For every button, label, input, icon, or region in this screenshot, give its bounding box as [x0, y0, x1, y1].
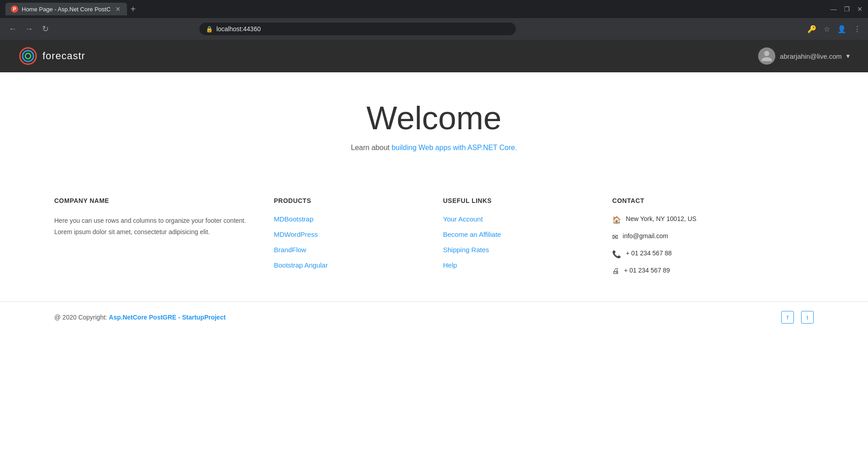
footer-social: f t	[781, 311, 814, 324]
footer-useful-links-list: Your Account Become an Affiliate Shippin…	[443, 215, 594, 269]
contact-phone2: 🖨 + 01 234 567 89	[612, 267, 814, 275]
list-item: MDBootstrap	[274, 215, 425, 223]
list-item: Help	[443, 261, 594, 269]
dropdown-chevron-icon: ▾	[846, 52, 850, 60]
contact-address-text: New York, NY 10012, US	[626, 215, 696, 222]
close-button[interactable]: ✕	[857, 5, 863, 13]
footer-contact-heading: CONTACT	[612, 197, 814, 204]
product-brandflow-link[interactable]: BrandFlow	[274, 246, 307, 254]
asp-link[interactable]: building Web apps with ASP.NET Core.	[392, 144, 517, 151]
copyright-text: @ 2020 Copyright: Asp.NetCore PostGRE - …	[54, 314, 226, 321]
subtitle-prefix: Learn about	[351, 144, 392, 151]
facebook-button[interactable]: f	[781, 311, 794, 324]
address-bar[interactable]: 🔒 localhost:44360	[199, 23, 516, 35]
footer-products-heading: PRODUCTS	[274, 197, 425, 204]
footer-col-contact: CONTACT 🏠 New York, NY 10012, US ✉ info@…	[612, 197, 814, 283]
twitter-button[interactable]: t	[801, 311, 814, 324]
app-wrapper: forecastr abrarjahin@live.com ▾ Welcome …	[0, 40, 868, 461]
profile-icon[interactable]: 👤	[837, 25, 846, 33]
become-affiliate-link[interactable]: Become an Affiliate	[443, 230, 501, 238]
app-navbar: forecastr abrarjahin@live.com ▾	[0, 40, 868, 72]
email-icon: ✉	[612, 233, 618, 241]
home-icon: 🏠	[612, 216, 621, 224]
user-avatar	[758, 47, 775, 65]
browser-titlebar: P Home Page - Asp.Net Core PostC ✕ + — ❐…	[0, 0, 868, 18]
contact-email: ✉ info@gmail.com	[612, 232, 814, 241]
footer-company-text: Here you can use rows and columns to org…	[54, 215, 256, 238]
key-icon: 🔑	[807, 25, 816, 33]
help-link[interactable]: Help	[443, 261, 457, 269]
minimize-button[interactable]: —	[830, 5, 837, 13]
list-item: BrandFlow	[274, 246, 425, 254]
list-item: Bootstrap Angular	[274, 261, 425, 269]
brand: forecastr	[18, 46, 85, 66]
twitter-icon: t	[807, 314, 808, 321]
product-mdbootstrap-link[interactable]: MDBootstrap	[274, 215, 314, 223]
svg-point-2	[25, 53, 31, 59]
brand-name: forecastr	[42, 50, 85, 62]
user-email: abrarjahin@live.com	[780, 52, 842, 60]
window-controls: — ❐ ✕	[830, 5, 863, 13]
welcome-title: Welcome	[9, 99, 859, 136]
footer: COMPANY NAME Here you can use rows and c…	[0, 170, 868, 301]
new-tab-button[interactable]: +	[127, 4, 140, 14]
main-content: Welcome Learn about building Web apps wi…	[0, 72, 868, 170]
contact-email-text: info@gmail.com	[623, 232, 668, 240]
maximize-button[interactable]: ❐	[844, 5, 850, 13]
url-text: localhost:44360	[217, 25, 509, 33]
tab-close-button[interactable]: ✕	[114, 5, 122, 13]
footer-company-heading: COMPANY NAME	[54, 197, 256, 204]
footer-bottom: @ 2020 Copyright: Asp.NetCore PostGRE - …	[0, 301, 868, 333]
reload-button[interactable]: ↻	[40, 24, 51, 34]
tab-favicon: P	[11, 5, 18, 13]
list-item: Become an Affiliate	[443, 230, 594, 239]
project-link[interactable]: Asp.NetCore PostGRE - StartupProject	[109, 314, 226, 321]
footer-useful-links-heading: USEFUL LINKS	[443, 197, 594, 204]
browser-tab[interactable]: P Home Page - Asp.Net Core PostC ✕	[5, 3, 127, 15]
product-mdwordpress-link[interactable]: MDWordPress	[274, 230, 318, 238]
star-icon[interactable]: ☆	[824, 25, 830, 33]
phone-icon: 📞	[612, 250, 621, 259]
svg-point-1	[23, 51, 33, 61]
printer-icon: 🖨	[612, 267, 619, 275]
footer-products-links: MDBootstrap MDWordPress BrandFlow Bootst…	[274, 215, 425, 269]
menu-icon[interactable]: ⋮	[854, 25, 861, 33]
facebook-icon: f	[787, 314, 788, 321]
footer-col-company: COMPANY NAME Here you can use rows and c…	[54, 197, 256, 283]
brand-icon	[18, 46, 38, 66]
user-menu[interactable]: abrarjahin@live.com ▾	[758, 47, 850, 65]
lock-icon: 🔒	[206, 26, 213, 33]
product-bootstrap-angular-link[interactable]: Bootstrap Angular	[274, 261, 328, 269]
footer-col-useful-links: USEFUL LINKS Your Account Become an Affi…	[443, 197, 594, 283]
contact-address: 🏠 New York, NY 10012, US	[612, 215, 814, 224]
browser-addressbar: ← → ↻ 🔒 localhost:44360 🔑 ☆ 👤 ⋮	[0, 18, 868, 40]
address-bar-actions: 🔑 ☆ 👤 ⋮	[807, 25, 861, 33]
contact-phone2-text: + 01 234 567 89	[624, 267, 670, 274]
list-item: Shipping Rates	[443, 246, 594, 254]
contact-phone1: 📞 + 01 234 567 88	[612, 249, 814, 259]
welcome-subtitle: Learn about building Web apps with ASP.N…	[9, 144, 859, 152]
list-item: MDWordPress	[274, 230, 425, 239]
footer-grid: COMPANY NAME Here you can use rows and c…	[54, 197, 814, 301]
tab-title: Home Page - Asp.Net Core PostC	[22, 6, 111, 13]
forward-button[interactable]: →	[24, 24, 34, 34]
your-account-link[interactable]: Your Account	[443, 215, 483, 223]
contact-phone1-text: + 01 234 567 88	[626, 249, 672, 257]
list-item: Your Account	[443, 215, 594, 223]
footer-col-products: PRODUCTS MDBootstrap MDWordPress BrandFl…	[274, 197, 425, 283]
back-button[interactable]: ←	[7, 24, 18, 34]
shipping-rates-link[interactable]: Shipping Rates	[443, 246, 489, 254]
copyright-prefix: @ 2020 Copyright:	[54, 314, 109, 321]
